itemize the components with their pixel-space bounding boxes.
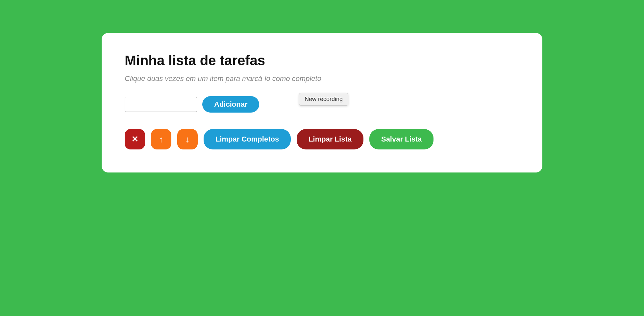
save-list-button[interactable]: Salvar Lista bbox=[369, 129, 434, 149]
delete-button[interactable]: ✕ bbox=[125, 129, 145, 149]
action-row: ✕ ↑ ↓ Limpar Completos Limpar Lista Salv… bbox=[125, 129, 519, 149]
page-subtitle: Clique duas vezes em um item para marcá-… bbox=[125, 74, 519, 83]
clear-completed-button[interactable]: Limpar Completos bbox=[204, 129, 291, 149]
main-card: Minha lista de tarefas Clique duas vezes… bbox=[102, 33, 542, 172]
move-up-button[interactable]: ↑ bbox=[151, 129, 171, 149]
task-input[interactable] bbox=[125, 97, 197, 112]
tooltip: New recording bbox=[299, 93, 348, 106]
page-title: Minha lista de tarefas bbox=[125, 53, 519, 68]
move-down-button[interactable]: ↓ bbox=[177, 129, 198, 149]
add-button[interactable]: Adicionar bbox=[202, 96, 259, 113]
input-row: Adicionar New recording bbox=[125, 96, 519, 113]
clear-list-button[interactable]: Limpar Lista bbox=[297, 129, 363, 149]
